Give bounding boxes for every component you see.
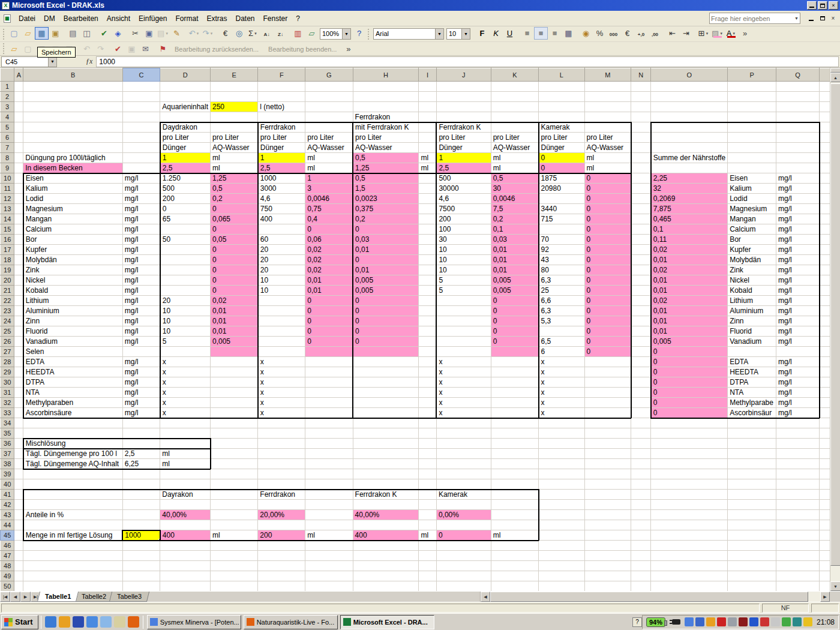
cell-J49[interactable] [436, 571, 491, 581]
cell-I43[interactable] [419, 510, 436, 520]
cell-G45[interactable]: ml [305, 530, 353, 541]
cell-E31[interactable] [211, 388, 258, 398]
cell-E29[interactable] [211, 367, 258, 377]
cell-J35[interactable] [436, 428, 491, 439]
question-input[interactable]: Frage hier eingeben ▼ [709, 13, 800, 24]
column-header-G[interactable]: G [305, 68, 353, 82]
cell-L38[interactable] [539, 459, 585, 469]
row-header-17[interactable]: 17 [1, 245, 14, 255]
cell-G46[interactable] [305, 541, 353, 551]
cell-B24[interactable]: Zinn [23, 316, 123, 326]
cell-Q2[interactable] [776, 92, 820, 102]
cell-D46[interactable] [160, 541, 211, 551]
cell-A38[interactable] [14, 459, 23, 469]
column-header-B[interactable]: B [23, 68, 123, 82]
cell-D17[interactable] [160, 245, 211, 255]
cell-F12[interactable]: 4,6 [258, 194, 305, 204]
cell-K30[interactable] [491, 377, 538, 388]
cell-A43[interactable] [14, 510, 23, 520]
cell-I16[interactable] [419, 235, 436, 245]
cell-K10[interactable]: 0,5 [491, 173, 538, 184]
cell-A15[interactable] [14, 224, 23, 235]
cell-C36[interactable] [122, 439, 160, 449]
cell-Q34[interactable] [776, 418, 820, 428]
row-header-43[interactable]: 43 [1, 510, 14, 520]
cell-C28[interactable]: mg/l [122, 357, 160, 367]
cell-P31[interactable]: NTA [728, 388, 776, 398]
cell-H31[interactable] [353, 388, 419, 398]
cell-H47[interactable] [353, 551, 419, 561]
cell-J20[interactable]: 5 [436, 275, 491, 286]
cell-M18[interactable]: 0 [584, 255, 631, 265]
cell-O48[interactable] [651, 561, 728, 571]
cell-E24[interactable]: 0,01 [211, 316, 258, 326]
fx-icon[interactable]: ƒx [82, 57, 96, 66]
cell-E45[interactable]: ml [211, 530, 258, 541]
open-icon[interactable]: ▱ [21, 27, 35, 40]
cell-H10[interactable]: 0,5 [353, 173, 419, 184]
cell-L27[interactable]: 6 [539, 347, 585, 357]
row-header-29[interactable]: 29 [1, 367, 14, 377]
cell-A46[interactable] [14, 541, 23, 551]
cell-I15[interactable] [419, 224, 436, 235]
cell-A9[interactable] [14, 163, 23, 173]
cell-A42[interactable] [14, 500, 23, 510]
cell-K50[interactable] [491, 581, 538, 592]
cell-C17[interactable]: mg/l [122, 245, 160, 255]
cell-E15[interactable]: 0 [211, 224, 258, 235]
cell-I44[interactable] [419, 520, 436, 530]
vertical-scrollbar[interactable]: ▲ ▼ [830, 68, 840, 591]
cell-B27[interactable]: Selen [23, 347, 123, 357]
tray-webcam-icon[interactable] [728, 617, 737, 626]
cell-O32[interactable]: 0 [651, 398, 728, 408]
cell-J11[interactable]: 30000 [436, 184, 491, 194]
cell-H3[interactable] [353, 102, 419, 112]
cell-G26[interactable]: 0 [305, 337, 353, 347]
cell-H5[interactable]: mit Ferrdrakon K [353, 122, 419, 133]
cell-P22[interactable]: Lithium [728, 296, 776, 306]
cell-B29[interactable]: HEEDTA [23, 367, 123, 377]
cell-O50[interactable] [651, 581, 728, 592]
cell-K5[interactable] [491, 122, 538, 133]
cell-J14[interactable]: 200 [436, 214, 491, 224]
column-header-J[interactable]: J [436, 68, 491, 82]
row-header-42[interactable]: 42 [1, 500, 14, 510]
cell-M43[interactable] [584, 510, 631, 520]
cell-H48[interactable] [353, 561, 419, 571]
cell-M23[interactable]: 0 [584, 306, 631, 316]
cell-H36[interactable] [353, 439, 419, 449]
cell-O10[interactable]: 2,25 [651, 173, 728, 184]
row-header-31[interactable]: 31 [1, 388, 14, 398]
row-header-24[interactable]: 24 [1, 316, 14, 326]
cell-K44[interactable] [491, 520, 538, 530]
cell-P44[interactable] [728, 520, 776, 530]
cell-B17[interactable]: Kupfer [23, 245, 123, 255]
cell-I50[interactable] [419, 581, 436, 592]
sheet-tab-tabelle2[interactable]: Tabelle2 [74, 592, 114, 602]
cell-H37[interactable] [353, 449, 419, 459]
cell-F3[interactable]: l (netto) [258, 102, 305, 112]
cell-L33[interactable]: x [539, 408, 585, 418]
cell-D43[interactable]: 40,00% [160, 510, 211, 520]
chart-wizard-icon[interactable]: ▥ [291, 27, 305, 40]
cell-N33[interactable] [631, 408, 651, 418]
cell-Q49[interactable] [776, 571, 820, 581]
cell-I3[interactable] [419, 102, 436, 112]
cell-N38[interactable] [631, 459, 651, 469]
cell-I32[interactable] [419, 398, 436, 408]
cell-A29[interactable] [14, 367, 23, 377]
cell-M3[interactable] [584, 102, 631, 112]
cell-B38[interactable]: Tägl. Düngemenge AQ-Inhalt [23, 459, 123, 469]
cell-M33[interactable] [584, 408, 631, 418]
row-header-18[interactable]: 18 [1, 255, 14, 265]
cell-H28[interactable] [353, 357, 419, 367]
task-button-naturaquaristik-live-fo[interactable]: Naturaquaristik-Live - Fo... [244, 615, 338, 629]
cell-E2[interactable] [211, 92, 258, 102]
cell-C8[interactable] [122, 153, 160, 163]
cell-E6[interactable]: pro Liter [211, 133, 258, 143]
first-sheet-button[interactable]: |◀ [0, 592, 10, 602]
cell-C24[interactable]: mg/l [122, 316, 160, 326]
row-header-9[interactable]: 9 [1, 163, 14, 173]
cell-B8[interactable]: Düngung pro 100l/täglich [23, 153, 123, 163]
cell-P42[interactable] [728, 500, 776, 510]
